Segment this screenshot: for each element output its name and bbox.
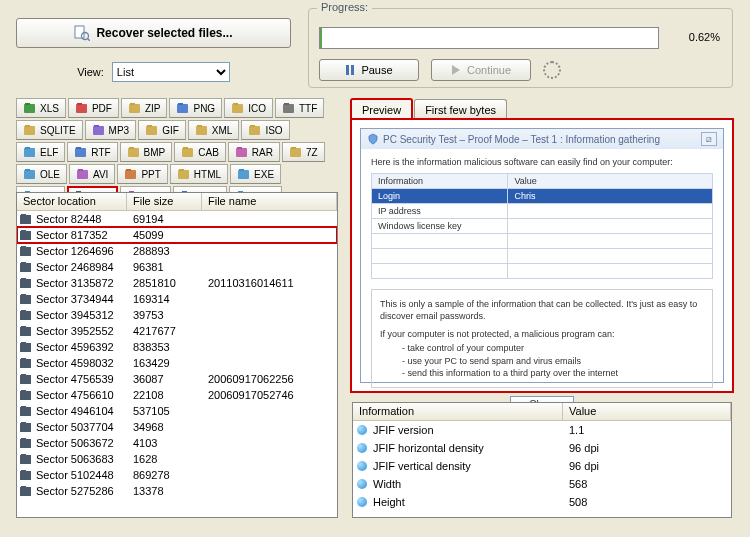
svg-rect-29 xyxy=(128,148,139,157)
table-row[interactable]: Sector 50636831628 xyxy=(17,451,337,467)
filetype-ppt[interactable]: PPT xyxy=(117,164,167,184)
svg-rect-40 xyxy=(78,169,83,171)
filetype-rar[interactable]: RAR xyxy=(228,142,280,162)
col-file-name[interactable]: File name xyxy=(202,193,337,210)
filetype-icon xyxy=(92,124,106,136)
bullet-icon xyxy=(357,443,367,453)
filetype-pdf[interactable]: PDF xyxy=(68,98,119,118)
table-row[interactable]: Sector 1264696288893 xyxy=(17,243,337,259)
svg-rect-91 xyxy=(20,487,31,496)
filetype-avi[interactable]: AVI xyxy=(69,164,115,184)
table-row[interactable]: Sector 4946104537105 xyxy=(17,403,337,419)
filetype-ico[interactable]: ICO xyxy=(224,98,273,118)
file-icon xyxy=(19,325,33,337)
filetype-iso[interactable]: ISO xyxy=(241,120,289,140)
svg-rect-80 xyxy=(21,390,26,392)
preview-window-close-icon[interactable]: ⧄ xyxy=(701,132,717,146)
file-icon xyxy=(19,293,33,305)
table-row[interactable]: Sector 3135872285181020110316014611 xyxy=(17,275,337,291)
filetype-png[interactable]: PNG xyxy=(169,98,222,118)
filetype-icon xyxy=(23,102,37,114)
progress-percent: 0.62% xyxy=(689,31,720,43)
svg-rect-7 xyxy=(129,104,140,113)
col-sector-location[interactable]: Sector location xyxy=(17,193,127,210)
svg-rect-14 xyxy=(284,103,289,105)
svg-rect-72 xyxy=(21,326,26,328)
svg-rect-76 xyxy=(21,358,26,360)
filetype-mp3[interactable]: MP3 xyxy=(85,120,137,140)
svg-rect-33 xyxy=(236,148,247,157)
filetype-xml[interactable]: XML xyxy=(188,120,240,140)
table-row[interactable]: Sector 246898496381 xyxy=(17,259,337,275)
info-row[interactable]: JFIF version1.1 xyxy=(353,421,731,439)
filetype-zip[interactable]: ZIP xyxy=(121,98,168,118)
pause-button[interactable]: Pause xyxy=(319,59,419,81)
filetype-sqlite[interactable]: SQLITE xyxy=(16,120,83,140)
info-row[interactable]: JFIF vertical density96 dpi xyxy=(353,457,731,475)
file-icon xyxy=(19,437,33,449)
tab-preview[interactable]: Preview xyxy=(350,98,413,119)
svg-rect-31 xyxy=(182,148,193,157)
info-body[interactable]: JFIF version1.1JFIF horizontal density96… xyxy=(353,421,731,517)
table-row[interactable]: Sector 8244869194 xyxy=(17,211,337,227)
filetype-xls[interactable]: XLS xyxy=(16,98,66,118)
filetype-icon xyxy=(176,102,190,114)
table-row[interactable]: Sector 81735245099 xyxy=(17,227,337,243)
view-select[interactable]: List xyxy=(112,62,230,82)
file-icon xyxy=(19,277,33,289)
table-row[interactable]: Sector 394531239753 xyxy=(17,307,337,323)
file-icon xyxy=(19,485,33,497)
table-row[interactable]: Sector 4596392838353 xyxy=(17,339,337,355)
bullet-icon xyxy=(357,425,367,435)
filetype-icon xyxy=(127,146,141,158)
filetype-bmp[interactable]: BMP xyxy=(120,142,173,162)
filetype-gif[interactable]: GIF xyxy=(138,120,186,140)
svg-rect-88 xyxy=(21,454,26,456)
svg-rect-71 xyxy=(20,327,31,336)
svg-rect-9 xyxy=(177,104,188,113)
file-icon xyxy=(19,261,33,273)
table-row[interactable]: Sector 47566102210820060917052746 xyxy=(17,387,337,403)
filetype-icon xyxy=(145,124,159,136)
view-row: View: List xyxy=(16,62,291,82)
svg-rect-44 xyxy=(179,169,184,171)
filetype-icon xyxy=(23,146,37,158)
filetype-icon xyxy=(282,102,296,114)
info-row[interactable]: Height508 xyxy=(353,493,731,511)
filetype-exe[interactable]: EXE xyxy=(230,164,281,184)
filetype-rtf[interactable]: RTF xyxy=(67,142,117,162)
table-body[interactable]: Sector 8244869194Sector 81735245099Secto… xyxy=(17,211,337,517)
info-col-information[interactable]: Information xyxy=(353,403,563,420)
play-icon xyxy=(451,65,461,75)
bullet-icon xyxy=(357,461,367,471)
svg-rect-81 xyxy=(20,407,31,416)
table-row[interactable]: Sector 50636724103 xyxy=(17,435,337,451)
table-row[interactable]: Sector 5102448869278 xyxy=(17,467,337,483)
filetype-html[interactable]: HTML xyxy=(170,164,228,184)
table-row[interactable]: Sector 4598032163429 xyxy=(17,355,337,371)
table-row[interactable]: Sector 3734944169314 xyxy=(17,291,337,307)
filetype-elf[interactable]: ELF xyxy=(16,142,65,162)
continue-button[interactable]: Continue xyxy=(431,59,531,81)
table-row[interactable]: Sector 503770434968 xyxy=(17,419,337,435)
filetype-ole[interactable]: OLE xyxy=(16,164,67,184)
file-icon xyxy=(19,341,33,353)
tab-first-few-bytes[interactable]: First few bytes xyxy=(414,99,507,119)
filetype-cab[interactable]: CAB xyxy=(174,142,226,162)
preview-row: Windows license key xyxy=(372,219,713,234)
info-row[interactable]: JFIF horizontal density96 dpi xyxy=(353,439,731,457)
svg-rect-32 xyxy=(183,147,188,149)
svg-rect-5 xyxy=(76,104,87,113)
filetype-icon xyxy=(128,102,142,114)
filetype-7z[interactable]: 7Z xyxy=(282,142,325,162)
col-file-size[interactable]: File size xyxy=(127,193,202,210)
info-row[interactable]: Width568 xyxy=(353,475,731,493)
recover-selected-files-button[interactable]: Recover selected files... xyxy=(16,18,291,48)
table-row[interactable]: Sector 39525524217677 xyxy=(17,323,337,339)
filetype-ttf[interactable]: TTF xyxy=(275,98,324,118)
svg-rect-23 xyxy=(249,126,260,135)
table-row[interactable]: Sector 47565393608720060917062256 xyxy=(17,371,337,387)
info-col-value[interactable]: Value xyxy=(563,403,731,420)
table-row[interactable]: Sector 527528613378 xyxy=(17,483,337,499)
file-icon xyxy=(19,373,33,385)
